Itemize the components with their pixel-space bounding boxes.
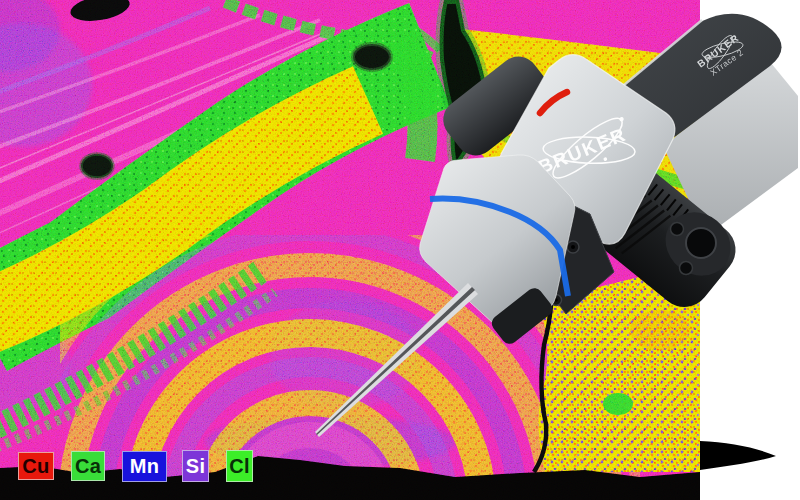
right-arrow-icon	[700, 441, 776, 470]
xrf-figure: BRUKER XTrace 2	[0, 0, 800, 500]
connector-main-port	[686, 228, 716, 258]
connector-port-small-1	[671, 223, 684, 236]
connector-port-small-2	[680, 262, 693, 275]
figure-canvas: BRUKER XTrace 2	[0, 0, 800, 500]
